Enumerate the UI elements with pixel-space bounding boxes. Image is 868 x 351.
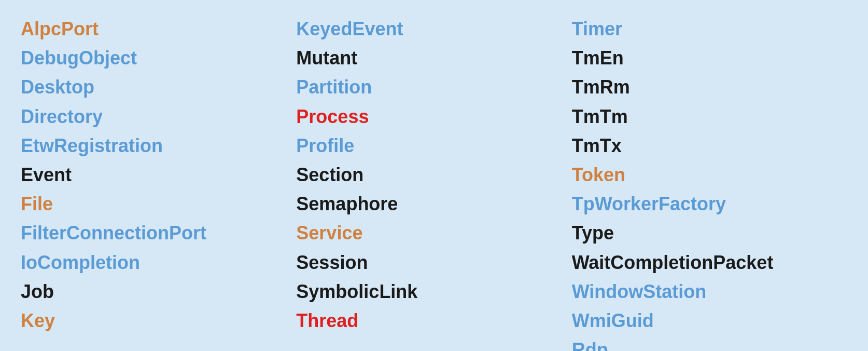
item-session: Session: [296, 249, 571, 276]
item-key: Key: [21, 307, 296, 334]
item-keyedevent: KeyedEvent: [296, 16, 571, 43]
item-section: Section: [296, 161, 571, 188]
item-event: Event: [21, 161, 296, 188]
column-col2: KeyedEventMutantPartitionProcessProfileS…: [296, 16, 571, 351]
item-tmen: TmEn: [572, 45, 847, 72]
item-tmtm: TmTm: [572, 103, 847, 130]
item-waitcompletionpacket: WaitCompletionPacket: [572, 249, 847, 276]
item-tmrm: TmRm: [572, 74, 847, 101]
item-mutant: Mutant: [296, 45, 571, 72]
item-iocompletion: IoCompletion: [21, 249, 296, 276]
item-partition: Partition: [296, 74, 571, 101]
column-col1: AlpcPortDebugObjectDesktopDirectoryEtwRe…: [21, 16, 296, 351]
item-windowstation: WindowStation: [572, 278, 847, 305]
columns-container: AlpcPortDebugObjectDesktopDirectoryEtwRe…: [21, 16, 847, 351]
item-etwregistration: EtwRegistration: [21, 132, 296, 159]
item-filterconnectionport: FilterConnectionPort: [21, 220, 296, 247]
item-semaphore: Semaphore: [296, 191, 571, 218]
item-job: Job: [21, 278, 296, 305]
item-token: Token: [572, 161, 847, 188]
item-wmiguid: WmiGuid: [572, 307, 847, 334]
item-rdp: Rdp…: [572, 336, 847, 351]
item-tmtx: TmTx: [572, 132, 847, 159]
item-process: Process: [296, 103, 571, 130]
item-timer: Timer: [572, 16, 847, 43]
item-service: Service: [296, 220, 571, 247]
item-symboliclink: SymbolicLink: [296, 278, 571, 305]
item-type: Type: [572, 220, 847, 247]
item-directory: Directory: [21, 103, 296, 130]
item-debugobject: DebugObject: [21, 45, 296, 72]
item-alpcport: AlpcPort: [21, 16, 296, 43]
item-profile: Profile: [296, 132, 571, 159]
item-file: File: [21, 191, 296, 218]
item-desktop: Desktop: [21, 74, 296, 101]
column-col3: TimerTmEnTmRmTmTmTmTxTokenTpWorkerFactor…: [572, 16, 847, 351]
item-thread: Thread: [296, 307, 571, 334]
item-tpworkerfactory: TpWorkerFactory: [572, 191, 847, 218]
